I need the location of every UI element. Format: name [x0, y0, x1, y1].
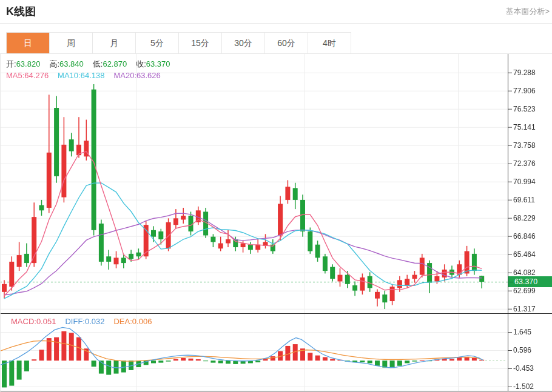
price-axis-label: 73.758 [513, 141, 536, 150]
legend-item-close: 收:63.370 [136, 59, 170, 70]
macd-axis-label: -1.502 [513, 382, 534, 391]
interval-tabbar: 日周月5分15分30分60分4时 [6, 32, 351, 54]
legend-item-diff: DIFF:0.032 [65, 317, 104, 326]
price-axis-label: 76.523 [513, 105, 536, 113]
legend-item-macd: MACD:0.051 [11, 317, 56, 326]
tab-15分[interactable]: 15分 [179, 33, 222, 54]
tab-5分[interactable]: 5分 [136, 33, 179, 54]
macd-axis-label: 0.596 [513, 346, 531, 354]
price-axis-label: 61.317 [513, 305, 536, 313]
price-axis-label: 64.082 [513, 268, 536, 277]
price-axis-label: 68.229 [513, 214, 536, 222]
price-axis-label: 77.906 [513, 87, 536, 95]
fundamental-analysis-link[interactable]: 基本面分析> [505, 6, 550, 17]
ohlc-legend: 开:63.820高:63.840低:62.870收:63.370 [6, 59, 180, 70]
tab-60分[interactable]: 60分 [265, 33, 308, 54]
legend-item-ma10: MA10:64.138 [58, 71, 104, 80]
title-divider [0, 23, 552, 24]
legend-item-low: 低:62.870 [93, 59, 127, 70]
current-price-tag: 63.370 [508, 276, 552, 287]
tab-月[interactable]: 月 [93, 33, 136, 54]
legend-item-high: 高:63.840 [49, 59, 83, 70]
price-axis-label: 62.699 [513, 287, 536, 295]
price-axis-label: 75.141 [513, 123, 536, 131]
price-axis-label: 79.288 [513, 68, 536, 77]
legend-item-dea: DEA:0.006 [113, 317, 152, 326]
price-axis-label: 69.611 [513, 196, 535, 204]
legend-item-ma5: MA5:64.276 [6, 71, 49, 80]
price-axis-label: 65.464 [513, 250, 536, 259]
current-price-value: 63.370 [514, 277, 537, 286]
page-title: K线图 [6, 4, 36, 19]
tabbar-bottom-divider [0, 53, 552, 54]
price-axis-label: 66.846 [513, 232, 536, 241]
tab-30分[interactable]: 30分 [222, 33, 265, 54]
macd-legend: MACD:0.051DIFF:0.032DEA:0.006 [11, 317, 161, 326]
macd-axis-label: 1.645 [513, 328, 531, 336]
price-axis-label: 72.376 [513, 159, 536, 168]
price-axis-label: 70.994 [513, 178, 536, 186]
tab-4时[interactable]: 4时 [308, 33, 351, 54]
ma-legend: MA5:64.276MA10:64.138MA20:63.626 [6, 71, 170, 80]
legend-item-open: 开:63.820 [6, 59, 40, 70]
macd-axis-label: -0.453 [513, 364, 534, 373]
tab-日[interactable]: 日 [7, 33, 50, 54]
tab-周[interactable]: 周 [50, 33, 93, 54]
legend-item-ma20: MA20:63.626 [113, 71, 160, 80]
